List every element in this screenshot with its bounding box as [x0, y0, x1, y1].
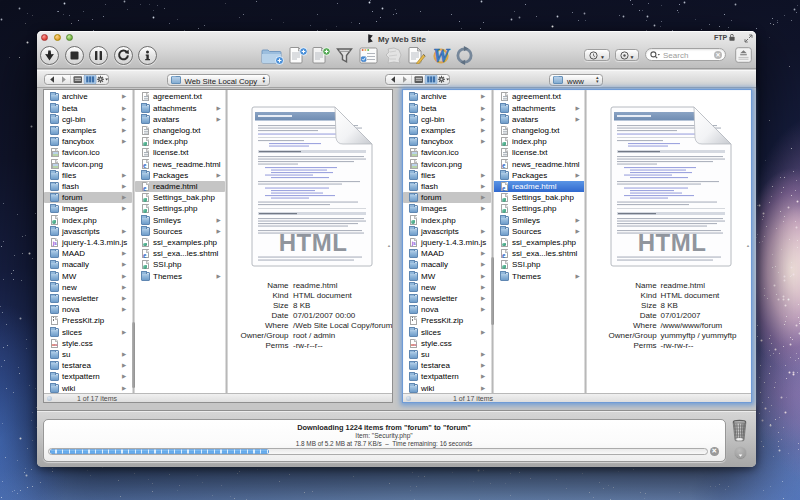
svg-text:W: W	[433, 47, 451, 65]
svg-text:HTML: HTML	[278, 229, 347, 256]
svg-text:HTML: HTML	[637, 229, 706, 256]
